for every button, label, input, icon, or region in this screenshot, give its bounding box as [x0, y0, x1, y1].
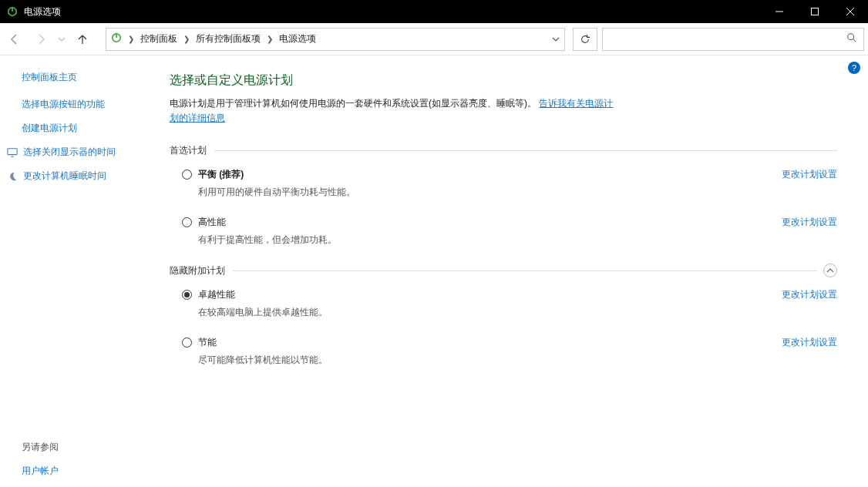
power-options-icon: [111, 32, 122, 45]
address-dropdown[interactable]: [552, 35, 560, 43]
monitor-icon: [6, 146, 19, 159]
see-also-link-user-accounts[interactable]: 用户帐户: [22, 465, 148, 478]
plan-name[interactable]: 卓越性能: [198, 288, 766, 301]
svg-rect-1: [12, 7, 13, 12]
power-plan-row: 高性能有利于提高性能，但会增加功耗。更改计划设置: [170, 216, 837, 247]
titlebar: 电源选项: [0, 0, 868, 23]
power-plan-row: 平衡 (推荐)利用可用的硬件自动平衡功耗与性能。更改计划设置: [170, 168, 837, 199]
breadcrumb-item[interactable]: 电源选项: [279, 32, 316, 45]
sidebar-see-also: 另请参阅 用户帐户: [22, 425, 148, 478]
plan-name[interactable]: 节能: [198, 336, 766, 349]
content-area: ? 控制面板主页 选择电源按钮的功能 创建电源计划 选择关闭显示器的时间 更改计…: [0, 55, 868, 487]
power-plan-row: 卓越性能在较高端电脑上提供卓越性能。更改计划设置: [170, 288, 837, 319]
sidebar-item-label: 选择关闭显示器的时间: [23, 146, 116, 159]
power-options-icon: [6, 5, 19, 18]
minimize-button[interactable]: [762, 0, 797, 23]
section-hidden-plans: 隐藏附加计划: [170, 264, 837, 277]
toolbar: ❯ 控制面板 ❯ 所有控制面板项 ❯ 电源选项: [0, 23, 868, 55]
svg-rect-10: [8, 148, 17, 154]
plan-description: 在较高端电脑上提供卓越性能。: [198, 306, 766, 319]
search-input[interactable]: [602, 28, 864, 51]
svg-rect-3: [812, 8, 819, 15]
plan-radio[interactable]: [182, 290, 192, 300]
sidebar-item-label: 更改计算机睡眠时间: [23, 170, 106, 183]
change-plan-settings-link[interactable]: 更改计划设置: [782, 288, 837, 301]
breadcrumb-item[interactable]: 所有控制面板项: [196, 32, 261, 45]
moon-icon: [6, 170, 19, 183]
sidebar-item-label: 创建电源计划: [22, 122, 77, 135]
chevron-right-icon[interactable]: ❯: [126, 35, 136, 43]
search-icon: [846, 32, 857, 46]
see-also-heading: 另请参阅: [22, 441, 148, 454]
page-title: 选择或自定义电源计划: [170, 72, 837, 89]
recent-locations-button[interactable]: [56, 29, 67, 50]
plan-radio[interactable]: [182, 217, 192, 227]
plan-radio[interactable]: [182, 170, 192, 180]
svg-point-8: [848, 33, 854, 39]
plan-description: 尽可能降低计算机性能以节能。: [198, 354, 766, 367]
plan-description: 利用可用的硬件自动平衡功耗与性能。: [198, 186, 766, 199]
sidebar-item-label: 选择电源按钮的功能: [22, 98, 105, 111]
sidebar-link-power-button[interactable]: 选择电源按钮的功能: [22, 98, 148, 111]
plan-name[interactable]: 平衡 (推荐): [198, 168, 766, 181]
collapse-toggle-icon[interactable]: [823, 264, 837, 277]
back-button[interactable]: [4, 29, 25, 50]
sidebar-home-link[interactable]: 控制面板主页: [22, 71, 148, 84]
plan-description: 有利于提高性能，但会增加功耗。: [198, 233, 766, 247]
plan-name[interactable]: 高性能: [198, 216, 766, 229]
maximize-button[interactable]: [797, 0, 833, 23]
change-plan-settings-link[interactable]: 更改计划设置: [782, 336, 837, 349]
forward-button[interactable]: [30, 29, 52, 50]
window-title: 电源选项: [24, 5, 762, 18]
sidebar-link-create-plan[interactable]: 创建电源计划: [22, 122, 148, 135]
svg-line-9: [853, 39, 856, 42]
chevron-right-icon[interactable]: ❯: [182, 35, 191, 43]
svg-rect-7: [116, 33, 117, 38]
sidebar-link-sleep-time[interactable]: 更改计算机睡眠时间: [6, 170, 148, 183]
breadcrumb-item[interactable]: 控制面板: [140, 32, 177, 45]
sidebar: 控制面板主页 选择电源按钮的功能 创建电源计划 选择关闭显示器的时间 更改计算机…: [0, 55, 162, 487]
sidebar-link-display-off[interactable]: 选择关闭显示器的时间: [6, 146, 148, 159]
change-plan-settings-link[interactable]: 更改计划设置: [782, 168, 837, 181]
section-preferred-plans: 首选计划: [170, 144, 837, 157]
change-plan-settings-link[interactable]: 更改计划设置: [782, 216, 837, 229]
address-bar[interactable]: ❯ 控制面板 ❯ 所有控制面板项 ❯ 电源选项: [106, 28, 565, 51]
chevron-right-icon[interactable]: ❯: [265, 35, 274, 43]
help-icon[interactable]: ?: [848, 62, 860, 74]
power-plan-row: 节能尽可能降低计算机性能以节能。更改计划设置: [170, 336, 837, 367]
main-pane: 选择或自定义电源计划 电源计划是用于管理计算机如何使用电源的一套硬件和系统设置(…: [162, 55, 868, 487]
plan-radio[interactable]: [182, 338, 192, 348]
page-description: 电源计划是用于管理计算机如何使用电源的一套硬件和系统设置(如显示器亮度、睡眠等)…: [170, 96, 617, 126]
refresh-button[interactable]: [573, 28, 597, 51]
close-button[interactable]: [833, 0, 868, 23]
up-button[interactable]: [72, 29, 93, 50]
